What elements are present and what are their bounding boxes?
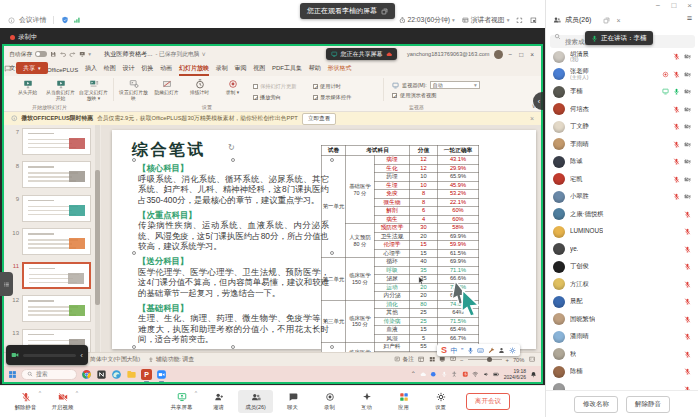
slide-thumbnail[interactable]: 9 (4, 192, 101, 226)
fullscreen-icon[interactable] (516, 17, 523, 24)
slide-sorter-view-icon[interactable] (429, 356, 436, 363)
member-row[interactable]: 李雨晴 (546, 136, 698, 154)
panel-collapse-handle[interactable]: ‹ (533, 92, 545, 110)
floating-meeting-bar[interactable]: ‹ (6, 345, 88, 365)
slide-thumbnail[interactable]: 7 (4, 125, 101, 159)
toolbar-button[interactable]: 邀请 (201, 390, 236, 413)
ribbon-checkbox[interactable]: ✓ 播放旁白 (253, 94, 313, 101)
ribbon-button[interactable]: 录制 ▾ (217, 78, 248, 102)
taskbar-clock[interactable]: 19:18 2024/6/26 (504, 368, 526, 380)
ribbon-checkbox[interactable]: ✓ 保持幻灯片更新 (253, 83, 313, 90)
taskbar-app-icon[interactable] (81, 369, 92, 380)
zoom-level[interactable]: 70% (513, 357, 525, 363)
member-row[interactable]: 陈诚 (546, 153, 698, 171)
ribbon-checkbox[interactable]: ✓ 使用计时 (313, 83, 379, 90)
language-status[interactable]: 简体中文(中国大陆) (90, 355, 140, 364)
tray-icon[interactable] (472, 371, 479, 378)
ppt-share-button[interactable]: 共享▾ (16, 62, 48, 74)
member-row[interactable]: 宅凯 (546, 171, 698, 189)
member-row[interactable]: 丁创俊 (546, 258, 698, 276)
meeting-details-button[interactable]: 会议详情 (19, 15, 46, 25)
taskbar-app-icon[interactable] (111, 369, 122, 380)
ime-icon[interactable]: ” (461, 347, 463, 354)
member-row[interactable]: 李楠 (546, 83, 698, 101)
ribbon-button[interactable]: 从当前幻灯片开始 (45, 78, 76, 102)
leave-meeting-button[interactable]: 离开会议 (466, 393, 510, 410)
presenter-view-checkbox[interactable]: ✓ 使用演示者视图 (392, 92, 480, 99)
taskbar-app-icon[interactable] (96, 369, 107, 380)
security-shield-icon[interactable] (61, 16, 69, 24)
save-icon[interactable] (50, 51, 57, 58)
member-row[interactable]: 国晓繁怡 (546, 311, 698, 329)
network-signal-icon[interactable] (73, 16, 81, 24)
ppt-maximize-button[interactable]: □ (519, 51, 523, 58)
current-slide[interactable]: 综合笔试 ↻ 试卷考试科目分值一轮正确率第一单元基础医学 70 分病理1243.… (112, 130, 536, 349)
present-icon[interactable] (79, 51, 86, 58)
notification-bell-icon[interactable] (530, 371, 537, 378)
member-row[interactable]: 小翠胜 (546, 188, 698, 206)
slideshow-view-icon[interactable] (450, 356, 457, 363)
taskbar-app-icon[interactable] (156, 369, 167, 380)
menu-icon[interactable]: ≡ (687, 13, 692, 23)
chevron-left-icon[interactable]: ‹ (80, 351, 83, 360)
chevron-down-icon[interactable]: ▾ (88, 51, 91, 57)
panel-footer-button[interactable]: 解除静音 (626, 396, 670, 413)
zoom-slider-knob[interactable] (487, 357, 492, 362)
fit-to-window-icon[interactable] (529, 356, 536, 363)
ime-icon[interactable] (467, 347, 474, 354)
ime-icon[interactable] (488, 347, 495, 354)
slide-title[interactable]: 综合笔试 (132, 140, 206, 161)
rotate-handle[interactable]: ↻ (228, 143, 235, 152)
popout-icon[interactable] (381, 8, 388, 15)
member-row[interactable]: 丁文静 (546, 118, 698, 136)
toolbar-button[interactable]: 设置 (423, 390, 458, 413)
notes-button[interactable]: 备注 (394, 355, 414, 364)
taskbar-search[interactable]: 搜索 (21, 369, 77, 380)
ribbon-button[interactable]: 自定义幻灯片放映 ▾ (78, 78, 109, 102)
autosave-toggle[interactable] (35, 51, 47, 57)
tray-icon[interactable] (420, 371, 427, 378)
member-row[interactable]: 张老师 (主持人) (546, 66, 698, 84)
mini-window-icon[interactable] (530, 17, 537, 24)
tray-icon[interactable] (451, 371, 458, 378)
sogou-logo-icon[interactable]: S (441, 345, 447, 355)
comment-icon[interactable] (4, 65, 11, 72)
member-row[interactable]: 之康·德悦棋 (546, 206, 698, 224)
member-row[interactable]: 晨配 (546, 293, 698, 311)
ime-icon[interactable] (477, 347, 484, 354)
member-row[interactable]: LUMINOUS (546, 223, 698, 241)
chevron-up-icon[interactable]: ^ (195, 390, 197, 396)
ime-icon[interactable] (509, 347, 516, 354)
slide-textbox[interactable]: 【核心科目】 呼吸系统、消化系统、循环系统、泌尿系统、其它系统、妇产科、儿科、精… (134, 160, 332, 347)
toolbar-button[interactable]: 开启视频 ^ (45, 390, 80, 413)
ime-icon[interactable]: 中 (451, 347, 458, 354)
member-row[interactable]: 潘雨晴 (546, 328, 698, 346)
minimize-button[interactable]: − (656, 1, 661, 10)
tray-icon[interactable]: ⌃ (411, 371, 416, 377)
toolbar-button[interactable]: 聊天 (275, 390, 310, 413)
close-icon[interactable]: × (530, 115, 534, 122)
toolbar-button[interactable]: 应用 (386, 390, 421, 413)
zoom-out-button[interactable]: − (460, 357, 463, 363)
account-email[interactable]: yanchong1813769063@163.com (407, 51, 490, 57)
normal-view-icon[interactable] (418, 356, 425, 363)
member-row[interactable]: 方江权 (546, 276, 698, 294)
promo-view-button[interactable]: 立即查看 (302, 113, 336, 125)
toolbar-button[interactable]: 互动 (349, 390, 384, 413)
chevron-up-icon[interactable]: ^ (39, 390, 41, 396)
scrollbar-thumb[interactable] (95, 170, 100, 305)
close-button[interactable]: × (687, 1, 692, 10)
toolbar-button[interactable]: 成员(26) (238, 390, 273, 413)
ppt-close-button[interactable]: × (530, 51, 534, 58)
tray-icon[interactable] (483, 371, 490, 378)
taskbar-app-icon[interactable]: P (141, 369, 152, 380)
detach-panel-icon[interactable] (603, 17, 610, 24)
undo-icon[interactable] (60, 51, 67, 58)
document-title[interactable]: 执业医师资格考... (104, 50, 152, 59)
ribbon-button[interactable]: 隐藏幻灯片 (151, 78, 182, 102)
ribbon-checkbox[interactable]: ✓ 显示媒体控件 (313, 94, 379, 101)
start-button-icon[interactable] (8, 370, 17, 379)
monitor-select[interactable]: 自动▾ (430, 81, 480, 89)
save-status[interactable]: - 已保存到此电脑 ∨ (155, 50, 206, 59)
member-row[interactable]: 何培杰 (546, 101, 698, 119)
